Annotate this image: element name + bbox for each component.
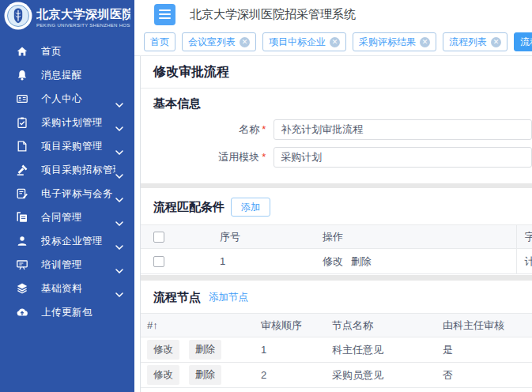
app-title: 北京大学深圳医院招采管理系统: [190, 7, 356, 22]
sidebar-item-purchase-plan[interactable]: 采购计划管理: [0, 111, 134, 134]
gavel-icon: [16, 164, 28, 176]
cell-actions: 修改 删除: [141, 363, 253, 388]
cell-dept-review: 否: [435, 363, 532, 388]
tab-label: 流程: [520, 36, 532, 49]
section-basic-info: 修改审批流程 基本信息 名称* 适用模块*: [141, 56, 532, 183]
form-row-module: 适用模块*: [141, 147, 532, 168]
chevron-down-icon: [115, 286, 123, 291]
document-icon: [16, 140, 28, 153]
sidebar-header: 北京大学深圳医院 PEKING UNIVERSITY SHENZHEN HOSP…: [0, 0, 134, 35]
close-icon[interactable]: ✕: [240, 37, 250, 47]
sidebar-item-label: 电子评标与会务: [41, 187, 115, 201]
cell-no: 1: [212, 249, 315, 274]
cell-operation: 修改 删除: [315, 249, 516, 274]
hospital-name: 北京大学深圳医院: [36, 7, 130, 22]
sidebar-item-upload-update[interactable]: 上传更新包: [0, 300, 134, 324]
sidebar-item-bidding-management[interactable]: 项目采购招标管理: [0, 158, 134, 182]
chevron-down-icon: [115, 96, 123, 101]
home-icon: [16, 45, 28, 58]
close-icon[interactable]: ✕: [330, 37, 340, 47]
tab-home[interactable]: 首页: [144, 32, 175, 51]
delete-button[interactable]: 删除: [189, 340, 221, 360]
chevron-down-icon: [115, 262, 123, 267]
table-header-row: 序号 操作 字: [141, 225, 532, 249]
sidebar-item-bidder-enterprise[interactable]: 投标企业管理: [0, 229, 134, 253]
sidebar-item-messages[interactable]: 消息提醒: [0, 63, 134, 87]
sidebar-item-label: 首页: [41, 45, 123, 58]
edit-link[interactable]: 修改: [323, 255, 343, 267]
row-checkbox[interactable]: [153, 256, 164, 267]
tab-process-list[interactable]: 流程列表 ✕: [443, 32, 507, 51]
delete-link[interactable]: 删除: [351, 255, 372, 267]
sidebar: 北京大学深圳医院 PEKING UNIVERSITY SHENZHEN HOSP…: [0, 0, 134, 392]
tab-label: 采购评标结果: [359, 36, 416, 49]
column-header-truncated: 字: [516, 225, 532, 249]
cell-dept-review: 是: [435, 337, 532, 363]
table-row: 修改 删除 2 采购员意见 否: [141, 363, 532, 388]
cell-node-name: 采购员意见: [324, 363, 435, 388]
match-conditions-title: 流程匹配条件: [153, 200, 224, 215]
presentation-icon: [16, 258, 28, 271]
sidebar-item-personal-center[interactable]: 个人中心: [0, 87, 134, 111]
table-header-row: #↑ 审核顺序 节点名称 由科主任审核: [141, 314, 532, 337]
tab-bar: 首页 会议室列表 ✕ 项目中标企业 ✕ 采购评标结果 ✕ 流程列表 ✕ 流程 ✕: [134, 28, 532, 56]
edit-button[interactable]: 修改: [147, 365, 179, 385]
chevron-down-icon: [115, 191, 123, 196]
hospital-name-en: PEKING UNIVERSITY SHENZHEN HOSPITAL: [36, 23, 130, 28]
sidebar-item-label: 个人中心: [41, 92, 115, 106]
sidebar-item-basic-data[interactable]: 基础资料: [0, 277, 134, 300]
chevron-down-icon: [115, 120, 123, 125]
flow-nodes-title: 流程节点: [153, 290, 201, 305]
document-pen-icon: [16, 187, 28, 200]
sidebar-item-label: 采购计划管理: [41, 116, 115, 130]
tab-process[interactable]: 流程 ✕: [514, 32, 532, 51]
sidebar-item-contract-management[interactable]: 合同管理: [0, 205, 134, 229]
contract-icon: [16, 211, 28, 224]
section-match-conditions: 流程匹配条件 添加 序号 操作 字 1 修改 删除: [141, 188, 532, 275]
sidebar-item-e-evaluation[interactable]: 电子评标与会务: [0, 182, 134, 205]
section-flow-nodes: 流程节点 添加节点 #↑ 审核顺序 节点名称 由科主任审核 修改 删除 1: [141, 281, 532, 392]
delete-button[interactable]: 删除: [189, 365, 221, 385]
clipboard-check-icon: [16, 116, 28, 129]
page-title: 修改审批流程: [141, 56, 532, 89]
add-node-link[interactable]: 添加节点: [209, 291, 248, 304]
module-field-label: 适用模块*: [141, 150, 266, 164]
sidebar-item-label: 基础资料: [41, 282, 115, 296]
sidebar-item-project-purchase[interactable]: 项目采购管理: [0, 134, 134, 158]
close-icon[interactable]: ✕: [420, 37, 430, 47]
close-icon[interactable]: ✕: [491, 37, 501, 47]
select-all-checkbox[interactable]: [153, 232, 164, 243]
chevron-down-icon: [115, 144, 123, 149]
tab-label: 项目中标企业: [269, 36, 326, 49]
table-row: 修改 删除 1 科主任意见 是: [141, 337, 532, 363]
name-field[interactable]: [274, 119, 532, 140]
column-header-node-name: 节点名称: [324, 314, 435, 337]
column-header-index-sort[interactable]: #↑: [141, 314, 253, 337]
tab-label: 首页: [150, 36, 169, 49]
tab-meeting-room-list[interactable]: 会议室列表 ✕: [182, 32, 256, 51]
layers-icon: [16, 282, 28, 295]
sidebar-item-label: 培训管理: [41, 258, 115, 272]
sidebar-item-label: 消息提醒: [41, 69, 123, 82]
sidebar-item-training[interactable]: 培训管理: [0, 253, 134, 277]
column-header-order: 审核顺序: [253, 314, 324, 337]
person-icon: [16, 235, 28, 247]
sidebar-item-home[interactable]: 首页: [0, 40, 134, 63]
sidebar-item-label: 投标企业管理: [41, 235, 115, 248]
hamburger-menu-button[interactable]: [154, 4, 175, 25]
sidebar-item-label: 项目采购管理: [41, 140, 115, 153]
add-condition-button[interactable]: 添加: [231, 198, 270, 217]
cell-node-name: 科主任意见: [324, 337, 435, 363]
module-field[interactable]: [274, 147, 532, 168]
cloud-upload-icon: [16, 306, 28, 318]
tab-evaluation-results[interactable]: 采购评标结果 ✕: [353, 32, 436, 51]
edit-button[interactable]: 修改: [147, 340, 179, 360]
id-card-icon: [16, 92, 28, 105]
chevron-down-icon: [115, 239, 123, 243]
name-field-label: 名称*: [141, 122, 266, 137]
tab-winning-enterprises[interactable]: 项目中标企业 ✕: [262, 32, 346, 51]
chevron-down-icon: [115, 215, 123, 220]
tab-label: 流程列表: [449, 36, 487, 49]
sidebar-item-label: 合同管理: [41, 211, 115, 224]
basic-info-title: 基本信息: [153, 96, 201, 111]
